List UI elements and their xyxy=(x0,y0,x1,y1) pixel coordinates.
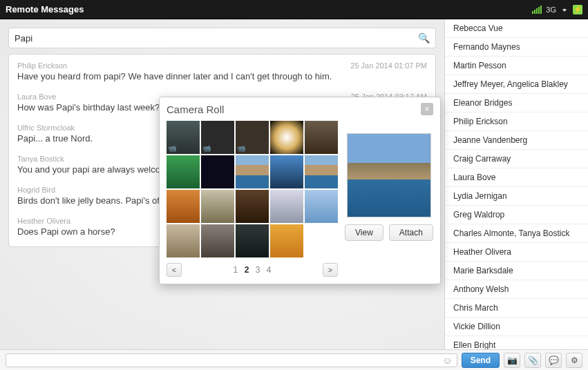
signal-bars-icon xyxy=(532,6,542,14)
compose-input[interactable] xyxy=(10,356,442,365)
selected-photo-preview xyxy=(347,133,431,217)
page-link[interactable]: 1 xyxy=(231,265,240,275)
contact-item[interactable]: Ellen Bright xyxy=(445,336,588,349)
thumbnail-grid xyxy=(167,121,338,257)
wifi-icon xyxy=(560,6,569,14)
compose-bar: ☺ Send 📷 📎 💬 ⚙ xyxy=(0,349,588,370)
contact-item[interactable]: Eleanor Bridges xyxy=(445,94,588,113)
contact-item[interactable]: Jeanne Vandenberg xyxy=(445,131,588,150)
message-text: Have you heard from papi? We have dinner… xyxy=(17,71,427,81)
photo-thumbnail[interactable] xyxy=(270,121,303,154)
send-button[interactable]: Send xyxy=(462,353,500,368)
attachment-icon[interactable]: 📎 xyxy=(524,353,541,368)
search-bar[interactable]: 🔍 xyxy=(8,28,436,48)
status-tray: 3G ⚡ xyxy=(532,5,582,14)
photo-thumbnail[interactable] xyxy=(167,121,200,154)
contact-item[interactable]: Heather Olivera xyxy=(445,243,588,262)
photo-thumbnail[interactable] xyxy=(201,155,234,188)
app-header: Remote Messages 3G ⚡ xyxy=(0,0,588,19)
contact-item[interactable]: Charles Almonte, Tanya Bostick xyxy=(445,224,588,243)
photo-thumbnail[interactable] xyxy=(167,190,200,223)
message-sender: Heather Olivera xyxy=(17,217,70,225)
photo-thumbnail[interactable] xyxy=(305,190,338,223)
photo-thumbnail[interactable] xyxy=(236,155,269,188)
app-title: Remote Messages xyxy=(6,4,532,14)
photo-thumbnail[interactable] xyxy=(201,224,234,257)
message-sender: Hogrid Bird xyxy=(17,186,55,194)
prev-page-button[interactable]: < xyxy=(167,263,182,277)
message-sender: Tanya Bostick xyxy=(17,155,64,163)
pager: < 1 2 3 4 > xyxy=(167,263,338,277)
contact-item[interactable]: Philip Erickson xyxy=(445,113,588,131)
photo-thumbnail[interactable] xyxy=(305,155,338,188)
attach-button[interactable]: Attach xyxy=(389,224,433,241)
camera-icon[interactable]: 📷 xyxy=(504,353,520,368)
message-item[interactable]: Philip Erickson25 Jan 2014 01:07 PM Have… xyxy=(9,57,435,88)
photo-thumbnail[interactable] xyxy=(236,190,269,223)
close-button[interactable]: × xyxy=(421,103,433,115)
settings-icon[interactable]: ⚙ xyxy=(566,353,582,368)
search-input[interactable] xyxy=(15,33,418,43)
photo-thumbnail[interactable] xyxy=(270,155,303,188)
search-icon[interactable]: 🔍 xyxy=(418,32,430,43)
camera-roll-modal: Camera Roll × xyxy=(159,97,441,284)
contact-item[interactable]: Craig Carraway xyxy=(445,150,588,168)
contact-item[interactable]: Greg Waldrop xyxy=(445,206,588,224)
emoji-icon[interactable]: ☺ xyxy=(442,355,452,366)
message-sender: Laura Bove xyxy=(17,92,56,101)
compose-field[interactable]: ☺ xyxy=(6,353,457,367)
preview-column: View Attach xyxy=(345,121,433,277)
message-sender: Ulfric Stormcloak xyxy=(17,124,75,132)
contact-item[interactable]: Jeffrey Meyer, Angelica Blakley xyxy=(445,75,588,94)
page-link[interactable]: 4 xyxy=(265,265,274,275)
contact-item[interactable]: Chris March xyxy=(445,299,588,318)
thumbnail-grid-container: < 1 2 3 4 > xyxy=(167,121,338,277)
message-sender: Philip Erickson xyxy=(17,61,67,70)
contact-item[interactable]: Fernando Maynes xyxy=(445,38,588,57)
page-numbers: 1 2 3 4 xyxy=(231,265,274,275)
contact-item[interactable]: Rebecca Vue xyxy=(445,19,588,38)
page-current[interactable]: 2 xyxy=(243,265,252,275)
charging-icon: ⚡ xyxy=(573,5,582,14)
photo-thumbnail[interactable] xyxy=(305,121,338,154)
photo-thumbnail[interactable] xyxy=(167,224,200,257)
message-time: 25 Jan 2014 01:07 PM xyxy=(350,61,427,70)
contacts-sidebar: Rebecca Vue Fernando Maynes Martin Pesso… xyxy=(444,19,588,349)
photo-thumbnail[interactable] xyxy=(270,224,303,257)
next-page-button[interactable]: > xyxy=(323,263,338,277)
contact-item[interactable]: Laura Bove xyxy=(445,168,588,187)
view-button[interactable]: View xyxy=(345,224,383,241)
page-link[interactable]: 3 xyxy=(254,265,263,275)
chat-icon[interactable]: 💬 xyxy=(545,353,562,368)
contact-item[interactable]: Anthony Welsh xyxy=(445,280,588,299)
photo-thumbnail[interactable] xyxy=(201,121,234,154)
modal-title: Camera Roll xyxy=(167,104,224,115)
photo-thumbnail[interactable] xyxy=(167,155,200,188)
network-type: 3G xyxy=(546,6,556,14)
photo-thumbnail[interactable] xyxy=(201,190,234,223)
contact-item[interactable]: Lydia Jernigan xyxy=(445,187,588,206)
contact-item[interactable]: Martin Pesson xyxy=(445,57,588,75)
contact-item[interactable]: Marie Barksdale xyxy=(445,262,588,280)
photo-thumbnail[interactable] xyxy=(236,224,269,257)
photo-thumbnail[interactable] xyxy=(270,190,303,223)
contact-item[interactable]: Vickie Dillion xyxy=(445,318,588,336)
photo-thumbnail[interactable] xyxy=(236,121,269,154)
